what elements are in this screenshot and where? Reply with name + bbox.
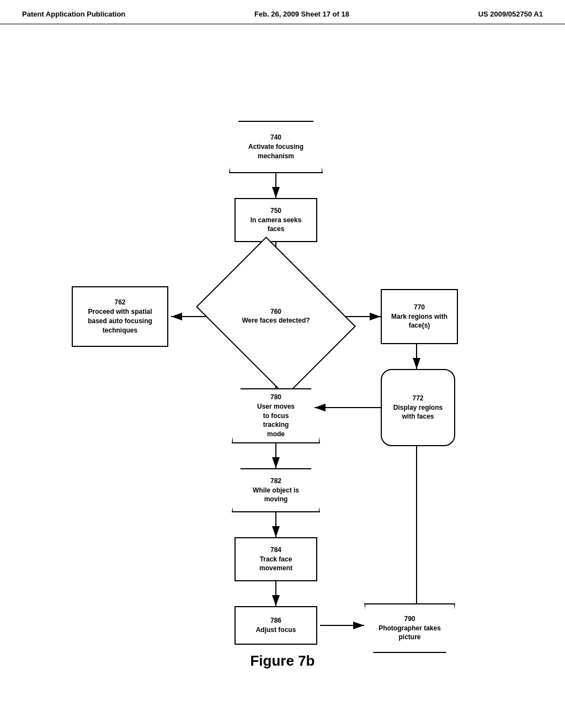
node-790-label: 790Photographer takespicture (379, 614, 441, 642)
node-762-label: 762Proceed with spatialbased auto focusi… (88, 298, 152, 335)
node-784-label: 784Track facemovement (259, 545, 292, 573)
node-772-label: 772Display regionswith faces (393, 394, 443, 421)
node-786: 786Adjust focus (234, 606, 317, 645)
node-740: 740Activate focusingmechanism (229, 121, 323, 173)
node-760-label: 760Were faces detected? (242, 308, 310, 325)
node-780-label: 780User movesto focustrackingmode (257, 393, 295, 439)
node-740-label: 740Activate focusingmechanism (248, 133, 303, 160)
node-780: 780User movesto focustrackingmode (232, 388, 320, 443)
diagram-area: 740Activate focusingmechanism 750In came… (0, 24, 565, 686)
node-786-label: 786Adjust focus (256, 616, 296, 635)
node-760: 760Were faces detected? (212, 267, 339, 366)
node-782: 782While object ismoving (232, 468, 320, 512)
node-770-label: 770Mark regions withface(s) (391, 303, 447, 330)
patent-header: Patent Application Publication Feb. 26, … (0, 0, 565, 24)
node-784: 784Track facemovement (234, 537, 317, 581)
node-750-label: 750In camera seeksfaces (250, 206, 302, 234)
node-782-label: 782While object ismoving (253, 477, 299, 504)
node-750: 750In camera seeksfaces (234, 198, 317, 242)
node-770: 770Mark regions withface(s) (381, 289, 458, 344)
header-right: US 2009/052750 A1 (478, 10, 543, 18)
header-left: Patent Application Publication (22, 10, 125, 18)
figure-caption: Figure 7b (0, 652, 565, 670)
node-762: 762Proceed with spatialbased auto focusi… (72, 286, 168, 347)
node-790: 790Photographer takespicture (364, 603, 455, 653)
header-middle: Feb. 26, 2009 Sheet 17 of 18 (254, 10, 349, 18)
node-772: 772Display regionswith faces (381, 369, 455, 446)
